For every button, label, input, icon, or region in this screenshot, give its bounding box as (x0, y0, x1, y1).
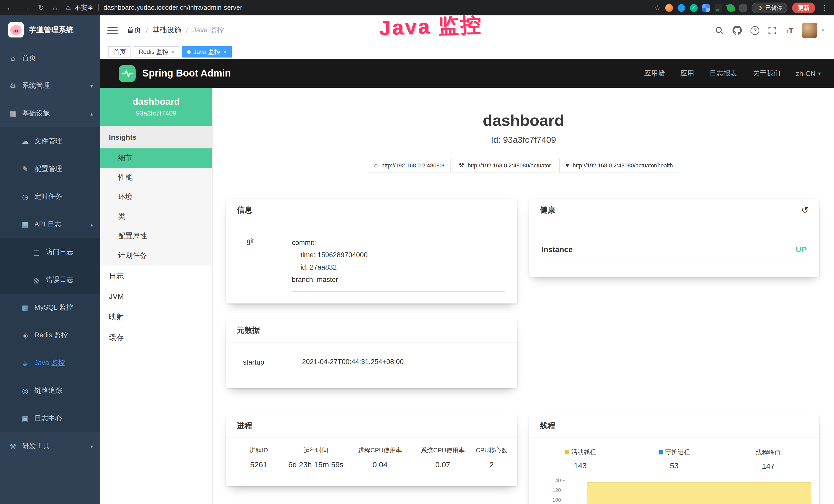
avatar[interactable] (802, 23, 817, 38)
reload-icon[interactable]: ↻ (38, 4, 44, 12)
sidebar-item-system-mgmt[interactable]: ⚙ 系统管理 ▾ (0, 72, 100, 100)
bookmark-star-icon[interactable]: ☆ (654, 4, 660, 12)
sba-item-config-properties[interactable]: 配置属性 (100, 226, 212, 246)
sidebar-item-log-center[interactable]: ▣ 日志中心 (0, 405, 100, 432)
sba-item-caches[interactable]: 缓存 (100, 327, 212, 348)
instance-header[interactable]: dashboard 93a3fc7f7409 (100, 88, 212, 126)
metadata-key: startup (243, 358, 302, 374)
home-icon: ⌂ (374, 162, 378, 169)
link-label: http://192.168.0.2:48080/actuator/health (572, 162, 673, 168)
sidebar-item-mysql-monitor[interactable]: ▦ MySQL 监控 (0, 294, 100, 321)
sidebar-item-scheduled-tasks[interactable]: ◷ 定时任务 (0, 183, 100, 210)
app-logo-row[interactable]: 芋道管理系统 (0, 16, 100, 44)
annotation-java-monitor: Java 监控 (379, 10, 483, 42)
tab-home[interactable]: 首页 (108, 46, 131, 58)
browser-menu-icon[interactable]: ⋮ (821, 4, 828, 12)
sidebar-item-link-tracing[interactable]: ◎ 链路追踪 (0, 377, 100, 405)
threads-legend: 活动线程 143 守护进程 53 (529, 438, 819, 471)
forward-icon[interactable]: → (22, 4, 29, 12)
access-log-icon: ▥ (32, 248, 41, 256)
legend-peak-threads: 线程峰值 147 (721, 447, 815, 471)
sba-logo-icon[interactable] (119, 65, 136, 82)
browser-nav-controls: ← → ↻ ⌂ (6, 4, 57, 12)
breadcrumb-current: Java 监控 (193, 26, 224, 35)
service-url-link[interactable]: ⌂ http://192.168.0.2:48080/ (368, 158, 450, 173)
sidebar-item-label: 研发工具 (22, 442, 50, 451)
health-url-link[interactable]: ♥ http://192.168.0.2:48080/actuator/heal… (559, 158, 679, 173)
grid-extension-icon[interactable] (702, 4, 710, 12)
sidebar-item-label: 基础设施 (22, 109, 50, 118)
instance-links: ⌂ http://192.168.0.2:48080/ ⚒ http://192… (213, 158, 834, 173)
breadcrumb-infrastructure[interactable]: 基础设施 (153, 26, 181, 35)
sba-nav-wallboard[interactable]: 应用墙 (644, 69, 665, 78)
instance-id: 93a3fc7f7409 (136, 109, 176, 117)
sidebar-item-label: API 日志 (35, 220, 61, 229)
sidebar-item-label: 系统管理 (22, 81, 50, 90)
tab-redis-monitor[interactable]: Redis 监控 × (134, 46, 179, 58)
github-icon[interactable] (732, 26, 742, 35)
sidebar-item-dev-tools[interactable]: ⚒ 研发工具 ▾ (0, 432, 100, 460)
column-header: 进程CPU使用率 (347, 446, 414, 455)
sba-item-jvm[interactable]: JVM (100, 286, 212, 306)
sba-item-details[interactable]: 细节 (100, 148, 212, 168)
help-icon[interactable]: ? (750, 26, 759, 35)
process-col-pid: 进程ID 5261 (232, 446, 285, 469)
locale-selector[interactable]: zh-CN ▾ (796, 70, 821, 77)
threads-card-header: 线程 (529, 414, 819, 438)
puzzle-extension-icon[interactable] (739, 4, 747, 12)
sidebar-item-api-logs[interactable]: ▤ API 日志 ▴ (0, 210, 100, 238)
sba-navbar: Spring Boot Admin 应用墙 应用 日志报表 关于我们 zh-CN… (100, 59, 834, 88)
sidebar-item-access-logs[interactable]: ▥ 访问日志 (0, 238, 100, 266)
fox-extension-icon[interactable] (665, 4, 673, 12)
check-extension-icon[interactable]: ✓ (690, 4, 697, 12)
back-icon[interactable]: ← (6, 4, 13, 12)
toggle-on-extension-icon[interactable] (714, 4, 722, 12)
sidebar-item-file-mgmt[interactable]: ☁ 文件管理 (0, 127, 100, 155)
card-title: 进程 (237, 421, 252, 431)
cell-value: 6d 23h 15m 59s (285, 460, 347, 469)
sba-nav-journal[interactable]: 日志报表 (709, 69, 737, 78)
sba-item-mappings[interactable]: 映射 (100, 306, 212, 327)
leaf-extension-icon[interactable] (726, 3, 736, 12)
fullscreen-icon[interactable] (768, 26, 777, 35)
tab-java-monitor[interactable]: Java 监控 × (182, 46, 232, 58)
close-icon[interactable]: × (171, 49, 174, 55)
sidebar-item-infrastructure[interactable]: ▦ 基础设施 ▴ (0, 100, 100, 127)
sba-section-insights: Insights (100, 126, 212, 148)
address-bar[interactable]: ⚠ 不安全 dashboard.yudao.iocoder.cn/infra/a… (65, 3, 242, 12)
breadcrumb-home[interactable]: 首页 (127, 26, 141, 35)
locale-label: zh-CN (796, 70, 815, 77)
sidebar-item-home[interactable]: ⌂ 首页 (0, 44, 100, 72)
info-card: 信息 git commit: time: 1596289704000 id: 2… (226, 199, 517, 303)
sba-nav-applications[interactable]: 应用 (680, 69, 694, 78)
update-button[interactable]: 更新 (792, 2, 815, 13)
sba-item-performance[interactable]: 性能 (100, 168, 212, 187)
close-icon[interactable]: × (223, 49, 226, 55)
sidebar-item-label: MySQL 监控 (35, 303, 73, 312)
paused-badge[interactable]: ☺ 已暂停 (751, 2, 788, 13)
sba-item-scheduled-tasks[interactable]: 计划任务 (100, 246, 212, 266)
sidebar-item-redis-monitor[interactable]: ◈ Redis 监控 (0, 321, 100, 349)
header-actions: ? TT ▾ (715, 23, 824, 38)
hamburger-icon[interactable] (107, 27, 118, 34)
search-icon[interactable] (715, 26, 724, 35)
sidebar-item-java-monitor[interactable]: ☕ Java 监控 (0, 349, 100, 377)
drop-extension-icon[interactable] (677, 4, 685, 12)
process-col-uptime: 运行时间 6d 23h 15m 59s (285, 446, 347, 469)
database-icon: ▦ (21, 303, 30, 312)
sba-item-logs[interactable]: 日志 (100, 266, 212, 286)
sba-brand[interactable]: Spring Boot Admin (142, 68, 231, 79)
process-col-system-cpu: 系统CPU使用率 0.07 (414, 446, 472, 469)
edit-icon: ✎ (21, 165, 30, 173)
sidebar-item-config-mgmt[interactable]: ✎ 配置管理 (0, 155, 100, 183)
sidebar-item-label: 链路追踪 (35, 386, 62, 395)
sba-item-environment[interactable]: 环境 (100, 187, 212, 207)
gear-icon: ⚙ (8, 82, 18, 90)
sidebar-item-error-logs[interactable]: ▧ 错误日志 (0, 266, 100, 294)
home-icon[interactable]: ⌂ (53, 4, 57, 12)
history-icon[interactable]: ↺ (802, 205, 809, 216)
font-size-icon[interactable]: TT (786, 26, 793, 35)
sba-nav-about[interactable]: 关于我们 (752, 69, 780, 78)
sba-item-classes[interactable]: 类 (100, 207, 212, 226)
actuator-url-link[interactable]: ⚒ http://192.168.0.2:48080/actuator (453, 158, 557, 173)
